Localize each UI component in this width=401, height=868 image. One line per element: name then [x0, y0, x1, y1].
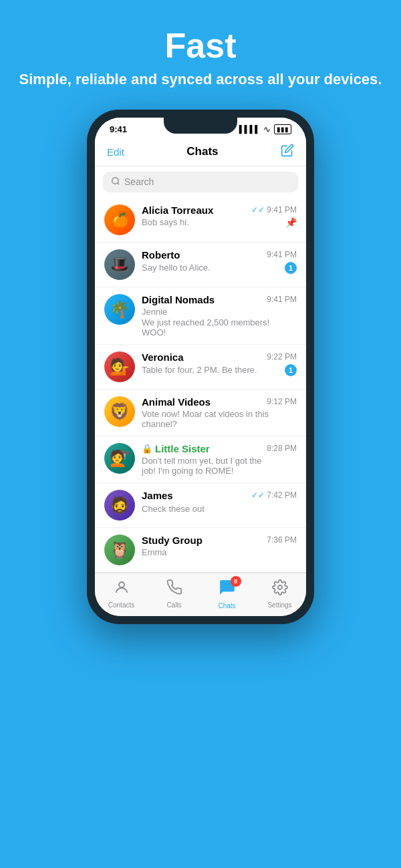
chat-preview: Check these out [142, 504, 205, 514]
hero-subtitle: Simple, reliable and synced across all y… [19, 70, 382, 90]
chat-time: 8:28 PM [267, 444, 297, 453]
chat-header: Digital Nomads 9:41 PM [142, 294, 297, 305]
chat-time: 9:41 PM [267, 205, 297, 214]
chat-time: 9:22 PM [267, 352, 297, 361]
tab-contacts-label: Contacts [108, 601, 134, 609]
phone-frame: 9:41 ▌▌▌▌ ∿ ▮▮▮ Edit Chats [87, 110, 314, 624]
chat-name: Veronica [142, 351, 184, 363]
chat-preview: Don't tell mom yet, but I got the job! I… [142, 456, 275, 476]
chat-time: 9:41 PM [267, 250, 297, 259]
avatar: 💁 [104, 351, 135, 382]
chat-item[interactable]: 🎩 Roberto 9:41 PM Say hello to Alice. 1 [95, 243, 306, 287]
contacts-icon [114, 579, 130, 599]
compose-button[interactable] [281, 144, 294, 160]
unread-badge: 1 [285, 262, 297, 274]
calls-icon [166, 579, 182, 599]
hero-section: Fast Simple, reliable and synced across … [6, 0, 396, 103]
tab-chats[interactable]: 8 Chats [200, 579, 253, 609]
chat-header: Roberto 9:41 PM [142, 249, 297, 261]
chat-item[interactable]: 💁 Veronica 9:22 PM Table for four, 2 PM.… [95, 345, 306, 390]
nav-title: Chats [186, 145, 218, 158]
chat-name: Alicia Torreaux [142, 204, 213, 216]
tab-contacts[interactable]: Contacts [95, 579, 148, 609]
tab-settings-label: Settings [267, 601, 291, 609]
phone-screen: 9:41 ▌▌▌▌ ∿ ▮▮▮ Edit Chats [95, 118, 306, 616]
time-with-check: ✓✓ 9:41 PM [251, 205, 297, 214]
chat-item[interactable]: 🦉 Study Group 7:36 PM Emma [95, 528, 306, 573]
chat-preview: Bob says hi. [142, 217, 189, 227]
tab-calls-label: Calls [166, 601, 181, 609]
chat-name: Roberto [142, 249, 180, 261]
chat-content: James ✓✓ 7:42 PM Check these out [142, 490, 297, 515]
chat-header: 🔒 Little Sister 8:28 PM [142, 443, 297, 454]
double-check-icon: ✓✓ [251, 490, 265, 500]
chat-content: 🔒 Little Sister 8:28 PM Don't tell mom y… [142, 443, 297, 476]
chat-name: Animal Videos [142, 396, 211, 408]
svg-point-2 [119, 582, 124, 587]
status-time: 9:41 [110, 124, 127, 134]
lock-icon: 🔒 [142, 444, 152, 454]
signal-icon: ▌▌▌▌ [239, 125, 260, 133]
chat-item[interactable]: 💇 🔒 Little Sister 8:28 PM Don't tell mom… [95, 436, 306, 483]
tab-chats-label: Chats [218, 602, 235, 609]
avatar: 💇 [104, 443, 135, 474]
chat-content: Digital Nomads 9:41 PM Jennie We just re… [142, 294, 297, 337]
chat-content: Veronica 9:22 PM Table for four, 2 PM. B… [142, 351, 297, 376]
chat-header: Animal Videos 9:12 PM [142, 396, 297, 408]
chat-item[interactable]: 🌴 Digital Nomads 9:41 PM Jennie We just … [95, 287, 306, 345]
unread-badge: 1 [285, 364, 297, 376]
tab-bar: Contacts Calls 8 [95, 573, 306, 616]
chat-name: Study Group [142, 535, 203, 546]
chat-content: Animal Videos 9:12 PM Vote now! Moar cat… [142, 396, 297, 429]
chat-preview: Table for four, 2 PM. Be there. [142, 365, 257, 375]
chat-time: 7:42 PM [267, 490, 297, 500]
search-icon [111, 176, 120, 188]
chat-item[interactable]: 🧔 James ✓✓ 7:42 PM Check these out [95, 483, 306, 528]
chat-item[interactable]: 🦁 Animal Videos 9:12 PM Vote now! Moar c… [95, 390, 306, 436]
chat-content: Alicia Torreaux ✓✓ 9:41 PM Bob says hi. … [142, 204, 297, 228]
avatar: 🍊 [104, 204, 135, 235]
double-check-icon: ✓✓ [251, 205, 265, 214]
svg-point-0 [112, 178, 118, 184]
chat-header: Alicia Torreaux ✓✓ 9:41 PM [142, 204, 297, 216]
avatar: 🎩 [104, 249, 135, 280]
settings-icon [272, 579, 288, 599]
search-placeholder: Search [124, 176, 154, 187]
wifi-icon: ∿ [263, 124, 271, 134]
chat-time: 7:36 PM [267, 535, 297, 545]
chat-content: Roberto 9:41 PM Say hello to Alice. 1 [142, 249, 297, 274]
chats-badge: 8 [231, 576, 241, 587]
chat-name: Digital Nomads [142, 294, 215, 305]
chat-preview: Say hello to Alice. [142, 263, 211, 273]
tab-settings[interactable]: Settings [253, 579, 306, 609]
chat-name: Little Sister [155, 443, 210, 454]
svg-line-1 [118, 182, 120, 184]
avatar: 🦁 [104, 396, 135, 427]
chat-time: 9:41 PM [267, 295, 297, 304]
chat-preview: We just reached 2,500 members! WOO! [142, 317, 275, 337]
sender-label: Emma [142, 547, 297, 557]
chat-time: 9:12 PM [267, 397, 297, 406]
status-bar: 9:41 ▌▌▌▌ ∿ ▮▮▮ [95, 118, 306, 138]
avatar: 🌴 [104, 294, 135, 325]
sender-label: Jennie [142, 307, 297, 317]
chat-item[interactable]: 🍊 Alicia Torreaux ✓✓ 9:41 PM Bob says hi… [95, 198, 306, 243]
avatar: 🦉 [104, 535, 135, 565]
chat-content: Study Group 7:36 PM Emma [142, 535, 297, 558]
chat-list: 🍊 Alicia Torreaux ✓✓ 9:41 PM Bob says hi… [95, 198, 306, 573]
tab-calls[interactable]: Calls [148, 579, 200, 609]
svg-point-3 [278, 585, 282, 589]
chat-header: James ✓✓ 7:42 PM [142, 490, 297, 501]
chat-header: Study Group 7:36 PM [142, 535, 297, 546]
chat-preview: Vote now! Moar cat videos in this channe… [142, 409, 275, 429]
battery-icon: ▮▮▮ [274, 124, 291, 134]
nav-bar: Edit Chats [95, 138, 306, 166]
avatar: 🧔 [104, 490, 135, 521]
notch [164, 118, 237, 134]
hero-title: Fast [19, 27, 382, 65]
time-with-check: ✓✓ 7:42 PM [251, 490, 297, 500]
search-bar[interactable]: Search [103, 172, 298, 192]
chat-name: James [142, 490, 173, 501]
tab-chats-badge-wrap: 8 [219, 579, 236, 600]
edit-button[interactable]: Edit [107, 146, 124, 158]
